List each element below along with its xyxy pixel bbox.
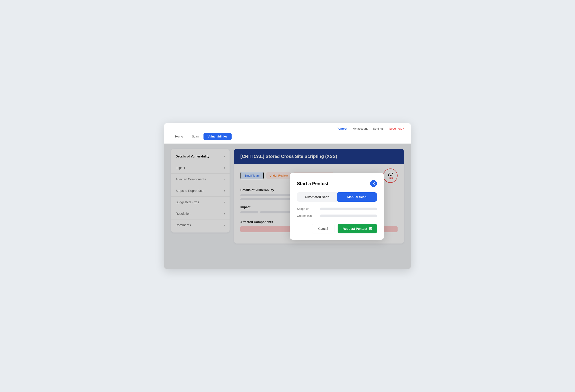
- request-label: Request Pentest: [342, 227, 367, 230]
- send-icon: ⊡: [369, 226, 372, 231]
- cancel-button[interactable]: Cancel: [312, 224, 335, 233]
- modal-header: Start a Pentest ✕: [297, 180, 377, 187]
- close-modal-button[interactable]: ✕: [370, 180, 377, 187]
- nav-help[interactable]: Need help?: [389, 127, 404, 130]
- tab-bar: Home Scan Vulnerabilities: [164, 133, 411, 144]
- scope-url-row: Scope url: [297, 207, 377, 211]
- top-nav: Pentest My account Settings Need help?: [164, 123, 411, 133]
- main-area: Details of Vulnerability › Impact › Affe…: [164, 144, 411, 269]
- credentials-row: Credentials: [297, 214, 377, 218]
- automated-scan-tab[interactable]: Automated Scan: [297, 192, 337, 202]
- request-pentest-button[interactable]: Request Pentest ⊡: [337, 224, 377, 233]
- pentest-modal: Start a Pentest ✕ Automated Scan Manual …: [290, 173, 384, 240]
- tab-vulnerabilities[interactable]: Vulnerabilities: [203, 133, 231, 140]
- tab-home[interactable]: Home: [171, 133, 187, 140]
- nav-pentest[interactable]: Pentest: [337, 127, 347, 130]
- tab-scan[interactable]: Scan: [188, 133, 203, 140]
- modal-overlay: Start a Pentest ✕ Automated Scan Manual …: [164, 144, 411, 269]
- scope-url-input[interactable]: [320, 208, 377, 210]
- scan-type-tabs: Automated Scan Manual Scan: [297, 192, 377, 202]
- scope-url-label: Scope url: [297, 207, 317, 211]
- nav-myaccount[interactable]: My account: [353, 127, 367, 130]
- modal-title: Start a Pentest: [297, 181, 328, 186]
- credentials-input[interactable]: [320, 215, 377, 217]
- manual-scan-tab[interactable]: Manual Scan: [337, 192, 377, 202]
- nav-settings[interactable]: Settings: [373, 127, 384, 130]
- modal-footer: Cancel Request Pentest ⊡: [297, 224, 377, 233]
- credentials-label: Credentials: [297, 214, 317, 218]
